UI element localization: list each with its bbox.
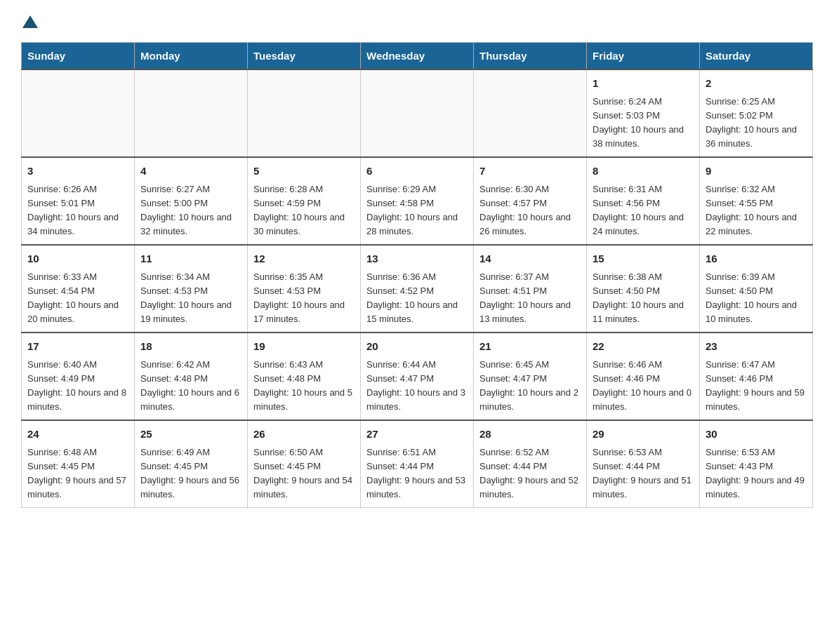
calendar-day-cell: 4Sunrise: 6:27 AM Sunset: 5:00 PM Daylig…: [135, 157, 248, 245]
day-info: Sunrise: 6:40 AM Sunset: 4:49 PM Dayligh…: [27, 358, 128, 415]
day-number: 13: [366, 251, 468, 267]
calendar-day-cell: 18Sunrise: 6:42 AM Sunset: 4:48 PM Dayli…: [135, 333, 248, 420]
calendar-day-cell: 28Sunrise: 6:52 AM Sunset: 4:44 PM Dayli…: [474, 420, 587, 508]
calendar-day-cell: 21Sunrise: 6:45 AM Sunset: 4:47 PM Dayli…: [474, 333, 587, 420]
day-number: 22: [593, 339, 694, 355]
day-info: Sunrise: 6:53 AM Sunset: 4:43 PM Dayligh…: [706, 445, 807, 502]
page-header: [21, 14, 813, 28]
day-number: 17: [27, 339, 128, 355]
day-info: Sunrise: 6:53 AM Sunset: 4:44 PM Dayligh…: [593, 445, 694, 502]
calendar-day-cell: 5Sunrise: 6:28 AM Sunset: 4:59 PM Daylig…: [248, 157, 361, 245]
day-number: 8: [593, 163, 694, 180]
calendar-day-cell: 2Sunrise: 6:25 AM Sunset: 5:02 PM Daylig…: [700, 69, 813, 157]
svg-marker-0: [22, 15, 38, 28]
day-info: Sunrise: 6:33 AM Sunset: 4:54 PM Dayligh…: [27, 270, 128, 327]
day-number: 20: [366, 339, 468, 355]
weekday-header: Monday: [135, 43, 248, 70]
day-number: 27: [366, 427, 468, 443]
day-info: Sunrise: 6:27 AM Sunset: 5:00 PM Dayligh…: [140, 182, 241, 239]
weekday-header: Saturday: [700, 43, 813, 70]
day-info: Sunrise: 6:45 AM Sunset: 4:47 PM Dayligh…: [479, 358, 581, 415]
day-info: Sunrise: 6:31 AM Sunset: 4:56 PM Dayligh…: [593, 182, 694, 239]
day-number: 2: [706, 76, 807, 92]
day-number: 14: [479, 251, 581, 267]
day-number: 28: [479, 427, 581, 443]
logo-triangle-icon: [22, 14, 38, 29]
calendar-day-cell: 13Sunrise: 6:36 AM Sunset: 4:52 PM Dayli…: [361, 245, 474, 333]
day-info: Sunrise: 6:35 AM Sunset: 4:53 PM Dayligh…: [253, 270, 355, 327]
day-number: 1: [593, 76, 694, 92]
calendar-day-cell: 14Sunrise: 6:37 AM Sunset: 4:51 PM Dayli…: [474, 245, 587, 333]
day-number: 23: [706, 339, 807, 355]
day-number: 9: [706, 163, 807, 180]
weekday-header: Wednesday: [361, 43, 474, 70]
day-number: 30: [706, 427, 807, 443]
calendar-day-cell: 11Sunrise: 6:34 AM Sunset: 4:53 PM Dayli…: [135, 245, 248, 333]
weekday-header: Tuesday: [248, 43, 361, 70]
calendar-day-cell: 12Sunrise: 6:35 AM Sunset: 4:53 PM Dayli…: [248, 245, 361, 333]
calendar-day-cell: 27Sunrise: 6:51 AM Sunset: 4:44 PM Dayli…: [361, 420, 474, 508]
calendar-week-row: 10Sunrise: 6:33 AM Sunset: 4:54 PM Dayli…: [22, 245, 813, 333]
day-number: 11: [140, 251, 241, 267]
day-info: Sunrise: 6:25 AM Sunset: 5:02 PM Dayligh…: [706, 95, 807, 152]
calendar-day-cell: 23Sunrise: 6:47 AM Sunset: 4:46 PM Dayli…: [700, 333, 813, 420]
day-info: Sunrise: 6:30 AM Sunset: 4:57 PM Dayligh…: [479, 182, 581, 239]
day-number: 24: [27, 427, 128, 443]
weekday-header: Sunday: [22, 43, 135, 70]
calendar-day-cell: 20Sunrise: 6:44 AM Sunset: 4:47 PM Dayli…: [361, 333, 474, 420]
day-number: 29: [593, 427, 694, 443]
calendar-table: SundayMondayTuesdayWednesdayThursdayFrid…: [21, 42, 813, 508]
day-info: Sunrise: 6:36 AM Sunset: 4:52 PM Dayligh…: [366, 270, 468, 327]
calendar-day-cell: 17Sunrise: 6:40 AM Sunset: 4:49 PM Dayli…: [22, 333, 135, 420]
calendar-week-row: 24Sunrise: 6:48 AM Sunset: 4:45 PM Dayli…: [22, 420, 813, 508]
calendar-day-cell: [22, 69, 135, 157]
calendar-day-cell: 19Sunrise: 6:43 AM Sunset: 4:48 PM Dayli…: [248, 333, 361, 420]
day-info: Sunrise: 6:32 AM Sunset: 4:55 PM Dayligh…: [706, 182, 807, 239]
calendar-day-cell: 7Sunrise: 6:30 AM Sunset: 4:57 PM Daylig…: [474, 157, 587, 245]
day-info: Sunrise: 6:34 AM Sunset: 4:53 PM Dayligh…: [140, 270, 241, 327]
day-number: 19: [253, 339, 355, 355]
calendar-day-cell: 10Sunrise: 6:33 AM Sunset: 4:54 PM Dayli…: [22, 245, 135, 333]
calendar-day-cell: 22Sunrise: 6:46 AM Sunset: 4:46 PM Dayli…: [587, 333, 700, 420]
calendar-day-cell: [135, 69, 248, 157]
day-number: 6: [366, 163, 468, 180]
day-info: Sunrise: 6:42 AM Sunset: 4:48 PM Dayligh…: [140, 358, 241, 415]
calendar-day-cell: 3Sunrise: 6:26 AM Sunset: 5:01 PM Daylig…: [22, 157, 135, 245]
day-number: 12: [253, 251, 355, 267]
calendar-day-cell: 25Sunrise: 6:49 AM Sunset: 4:45 PM Dayli…: [135, 420, 248, 508]
day-info: Sunrise: 6:46 AM Sunset: 4:46 PM Dayligh…: [593, 358, 694, 415]
calendar-day-cell: [361, 69, 474, 157]
day-info: Sunrise: 6:48 AM Sunset: 4:45 PM Dayligh…: [27, 445, 128, 502]
day-number: 21: [479, 339, 581, 355]
day-number: 15: [593, 251, 694, 267]
calendar-day-cell: 6Sunrise: 6:29 AM Sunset: 4:58 PM Daylig…: [361, 157, 474, 245]
day-info: Sunrise: 6:28 AM Sunset: 4:59 PM Dayligh…: [253, 182, 355, 239]
day-info: Sunrise: 6:24 AM Sunset: 5:03 PM Dayligh…: [593, 95, 694, 152]
weekday-header-row: SundayMondayTuesdayWednesdayThursdayFrid…: [22, 43, 813, 70]
calendar-day-cell: 24Sunrise: 6:48 AM Sunset: 4:45 PM Dayli…: [22, 420, 135, 508]
day-number: 3: [27, 163, 128, 180]
day-number: 4: [140, 163, 241, 180]
calendar-day-cell: 30Sunrise: 6:53 AM Sunset: 4:43 PM Dayli…: [700, 420, 813, 508]
day-number: 16: [706, 251, 807, 267]
day-info: Sunrise: 6:49 AM Sunset: 4:45 PM Dayligh…: [140, 445, 241, 502]
day-info: Sunrise: 6:43 AM Sunset: 4:48 PM Dayligh…: [253, 358, 355, 415]
day-info: Sunrise: 6:44 AM Sunset: 4:47 PM Dayligh…: [366, 358, 468, 415]
day-info: Sunrise: 6:51 AM Sunset: 4:44 PM Dayligh…: [366, 445, 468, 502]
weekday-header: Friday: [587, 43, 700, 70]
day-number: 10: [27, 251, 128, 267]
day-info: Sunrise: 6:47 AM Sunset: 4:46 PM Dayligh…: [706, 358, 807, 415]
day-number: 7: [479, 163, 581, 180]
calendar-week-row: 3Sunrise: 6:26 AM Sunset: 5:01 PM Daylig…: [22, 157, 813, 245]
day-info: Sunrise: 6:37 AM Sunset: 4:51 PM Dayligh…: [479, 270, 581, 327]
day-number: 18: [140, 339, 241, 355]
calendar-day-cell: [248, 69, 361, 157]
day-number: 5: [253, 163, 355, 180]
calendar-day-cell: 16Sunrise: 6:39 AM Sunset: 4:50 PM Dayli…: [700, 245, 813, 333]
day-info: Sunrise: 6:50 AM Sunset: 4:45 PM Dayligh…: [253, 445, 355, 502]
day-info: Sunrise: 6:52 AM Sunset: 4:44 PM Dayligh…: [479, 445, 581, 502]
calendar-day-cell: 8Sunrise: 6:31 AM Sunset: 4:56 PM Daylig…: [587, 157, 700, 245]
calendar-day-cell: 29Sunrise: 6:53 AM Sunset: 4:44 PM Dayli…: [587, 420, 700, 508]
weekday-header: Thursday: [474, 43, 587, 70]
day-info: Sunrise: 6:39 AM Sunset: 4:50 PM Dayligh…: [706, 270, 807, 327]
